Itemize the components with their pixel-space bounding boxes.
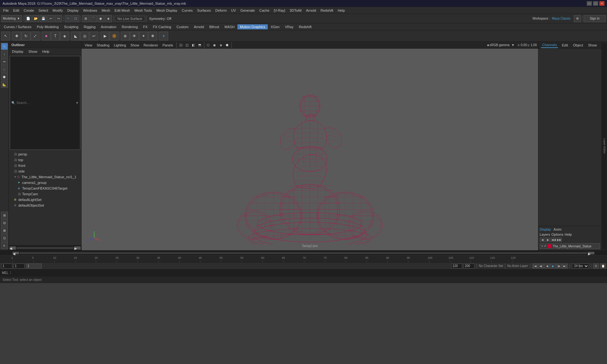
outliner-display-menu[interactable]: Display — [10, 49, 25, 54]
vp-shaded-btn[interactable]: ◈ — [218, 42, 224, 48]
layer-color-swatch[interactable] — [548, 244, 551, 248]
vp-front-btn[interactable]: ◫ — [184, 42, 190, 48]
menu-item-mesh-display[interactable]: Mesh Display — [155, 8, 179, 13]
outliner-scroll-left[interactable]: ◀ — [9, 246, 16, 250]
layer-v-toggle[interactable]: V — [541, 245, 543, 248]
vp-panels-menu[interactable]: Panels — [161, 43, 175, 48]
go-to-end-btn[interactable]: ▶| — [562, 264, 568, 269]
workspace-settings-btn[interactable]: ⚙ — [574, 15, 581, 22]
icon6-btn[interactable]: ⊕ — [121, 32, 130, 40]
tool1-btn[interactable]: ◣ — [71, 32, 80, 40]
outliner-item-persp[interactable]: 🎥 persp — [9, 151, 81, 157]
search-input[interactable] — [16, 101, 74, 105]
left-extra4-btn[interactable]: ⊡ — [1, 234, 8, 241]
layer-back-btn[interactable]: ◀ — [540, 238, 545, 242]
icon7-btn[interactable]: 👁 — [130, 32, 139, 40]
menu-item-cache[interactable]: Cache — [257, 8, 271, 13]
outliner-item-tempcam[interactable]: 🎥 TempCam — [9, 191, 81, 197]
outliner-scroll-bar[interactable]: ◀ ▶ — [9, 245, 81, 250]
select-mode-btn[interactable]: ↖ — [1, 32, 10, 40]
tab-mash[interactable]: MASH — [222, 24, 237, 29]
layers-tab[interactable]: Layers — [540, 233, 550, 236]
tab-fx[interactable]: FX — [141, 24, 150, 29]
play-btn[interactable]: ▶ — [550, 264, 556, 269]
minimize-button[interactable]: — — [587, 1, 592, 6]
search-dropdown-icon[interactable]: ▼ — [76, 101, 79, 105]
menu-item-generate[interactable]: Generate — [238, 8, 257, 13]
anim-tab[interactable]: Anim — [554, 228, 561, 231]
open-btn[interactable]: 📂 — [32, 15, 39, 22]
outliner-scroll-right[interactable]: ▶ — [74, 246, 81, 250]
move-btn[interactable]: ✚ — [12, 32, 21, 40]
snap-view-btn[interactable]: ◈ — [105, 15, 112, 22]
attribute-editor-label[interactable]: Layer Editor — [602, 43, 607, 249]
measure-tool-btn[interactable]: 📐 — [1, 81, 8, 88]
vp-camera-btn[interactable]: 🎥 — [178, 42, 184, 48]
tab-fx-caching[interactable]: FX Caching — [150, 24, 174, 29]
tab-sculpting[interactable]: Sculpting — [62, 24, 81, 29]
layer-back2-btn[interactable]: ◀◀ — [551, 238, 556, 242]
outliner-item-mermaid[interactable]: ▼ ⬡ The_Little_Mermaid_Statue_ncl1_1 — [9, 174, 81, 180]
mel-input[interactable] — [11, 271, 607, 275]
scale-btn[interactable]: ⤢ — [31, 32, 40, 40]
help-tab[interactable]: Help — [565, 233, 572, 236]
vp-wire-btn[interactable]: ⬡ — [205, 42, 211, 48]
live-surface-status[interactable]: No Live Surface — [115, 16, 145, 21]
viewport-3d[interactable]: x y z TempCam — [82, 49, 538, 250]
sculpt-tool-btn[interactable]: ◌ — [1, 66, 8, 73]
vp-top-btn[interactable]: ⬒ — [197, 42, 203, 48]
vp-smooth-btn[interactable]: ◉ — [212, 42, 218, 48]
srgb-dropdown-btn[interactable]: ▼ — [510, 42, 516, 48]
display-tab[interactable]: Display — [540, 228, 551, 231]
go-to-start-btn[interactable]: |◀ — [532, 264, 538, 269]
select-tool-btn[interactable]: ↖ — [65, 15, 72, 22]
outliner-help-menu[interactable]: Help — [40, 49, 52, 54]
redo-btn[interactable]: ↪ — [55, 15, 62, 22]
show-tab[interactable]: Show — [587, 43, 598, 48]
menu-item-edit-mesh[interactable]: Edit Mesh — [113, 8, 132, 13]
subdiv-icon-btn[interactable]: ◈ — [60, 32, 69, 40]
timeline-scroll-bar[interactable]: ◀ ▶ — [0, 250, 607, 255]
tab-rigging[interactable]: Rigging — [81, 24, 98, 29]
vp-side-btn[interactable]: ◧ — [191, 42, 196, 48]
anim-settings-btn[interactable]: ⚙ — [593, 264, 599, 269]
vp-shading-menu[interactable]: Shading — [95, 43, 111, 48]
end-frame-input[interactable] — [451, 264, 462, 269]
tab-motion-graphics[interactable]: Motion Graphics — [237, 24, 268, 29]
outliner-item-top[interactable]: 🎥 top — [9, 157, 81, 163]
outliner-item-tempcam-target[interactable]: ⊕ TempCamFBXASC046Target — [9, 185, 81, 191]
anim-end-input[interactable] — [463, 264, 475, 269]
icon8-btn[interactable]: ✦ — [139, 32, 148, 40]
menu-item-edit[interactable]: Edit — [11, 8, 21, 13]
move-tool-left-btn[interactable]: ↕ — [1, 51, 8, 58]
playback-start-input[interactable] — [14, 264, 25, 269]
outliner-item-defaultobjectset[interactable]: ⚙ defaultObjectSet — [9, 203, 81, 208]
menu-item-display[interactable]: Display — [65, 8, 81, 13]
layer-forward-btn[interactable]: ▶ — [545, 238, 550, 242]
modeling-dropdown[interactable]: Modeling ▼ — [1, 15, 22, 22]
tab-animation[interactable]: Animation — [98, 24, 119, 29]
menu-item-help[interactable]: Help — [336, 8, 347, 13]
outliner-show-menu[interactable]: Show — [27, 49, 39, 54]
menu-item-curves[interactable]: Curves — [180, 8, 195, 13]
maximize-button[interactable]: □ — [593, 1, 598, 6]
icon9-btn[interactable]: ❋ — [148, 32, 157, 40]
time-editor-btn[interactable]: 📋 — [600, 264, 606, 269]
poly-icon-btn[interactable]: ■ — [42, 32, 51, 40]
fps-selector[interactable]: 24 fps 30 fps 60 fps — [572, 264, 589, 269]
timeline-scroll-right-btn[interactable]: ▶ — [588, 252, 594, 254]
outliner-item-defaultlightset[interactable]: ⚙ defaultLightSet — [9, 197, 81, 203]
tab-arnold[interactable]: Arnold — [191, 24, 206, 29]
snap-grid-btn[interactable]: ⊞ — [82, 15, 89, 22]
menu-item-mesh[interactable]: Mesh — [100, 8, 112, 13]
outliner-scroll-track[interactable] — [16, 247, 74, 249]
menu-item-mesh-tools[interactable]: Mesh Tools — [132, 8, 154, 13]
left-extra1-btn[interactable]: ⊞ — [1, 212, 8, 219]
menu-item-modify[interactable]: Modify — [51, 8, 64, 13]
left-extra3-btn[interactable]: ⊠ — [1, 227, 8, 234]
tool3-btn[interactable]: ↩ — [89, 32, 98, 40]
outliner-item-side[interactable]: 🎥 side — [9, 168, 81, 174]
snap-curve-btn[interactable]: ⌒ — [90, 15, 97, 22]
menu-item-arnold[interactable]: Arnold — [304, 8, 318, 13]
vp-show-menu[interactable]: Show — [129, 43, 141, 48]
